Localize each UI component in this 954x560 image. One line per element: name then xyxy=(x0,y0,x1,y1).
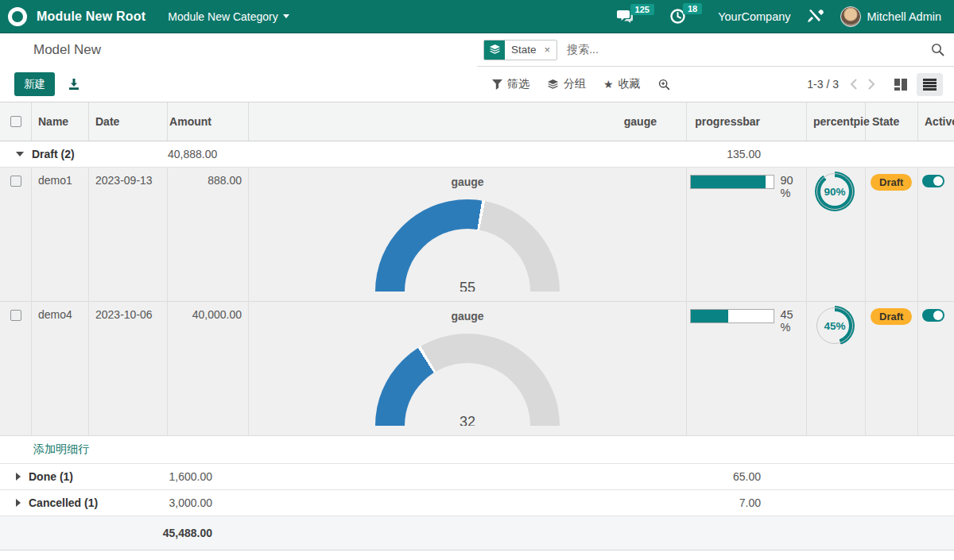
group-amount-total: 40,888.00 xyxy=(168,148,249,160)
row-checkbox[interactable] xyxy=(10,310,21,321)
column-header-percentpie[interactable]: percentpie xyxy=(807,102,866,141)
user-name[interactable]: Mitchell Admin xyxy=(867,10,941,23)
column-header-active[interactable]: Active xyxy=(918,102,954,141)
progressbar-widget[interactable]: 45 % xyxy=(687,302,807,435)
group-row-done[interactable]: Done (1) 1,600.00 65.00 xyxy=(0,464,954,490)
group-row-draft[interactable]: Draft (2) 40,888.00 135.00 xyxy=(0,141,954,168)
download-icon[interactable] xyxy=(68,78,80,91)
gauge-title: gauge xyxy=(451,176,483,188)
percentpie-widget[interactable]: 90% xyxy=(807,168,866,301)
page-title[interactable]: Model New xyxy=(33,42,101,58)
gauge-chart: 55 xyxy=(375,199,560,292)
row-checkbox[interactable] xyxy=(10,176,21,187)
search-input[interactable]: 搜索... xyxy=(567,43,599,57)
group-amount-total: 1,600.00 xyxy=(168,470,249,483)
bottom-spacer xyxy=(0,550,954,560)
percentpie-label: 45% xyxy=(824,320,845,332)
progressbar-track xyxy=(690,309,774,323)
progressbar-fill xyxy=(691,176,766,188)
layers-icon xyxy=(547,79,559,91)
filters-button[interactable]: 筛选 xyxy=(492,77,529,91)
group-row-cancelled[interactable]: Cancelled (1) 3,000.00 7.00 xyxy=(0,490,954,516)
cell-name[interactable]: demo4 xyxy=(32,302,89,435)
toggle-knob xyxy=(933,176,943,186)
chevron-down-icon xyxy=(283,14,289,18)
progressbar-track xyxy=(690,175,774,189)
favorites-button[interactable]: ★ 收藏 xyxy=(603,77,641,91)
view-switcher xyxy=(890,73,943,96)
messages-button[interactable]: 125 xyxy=(617,10,654,24)
odoo-logo-icon[interactable] xyxy=(8,7,27,26)
cell-amount[interactable]: 40,000.00 xyxy=(168,302,249,435)
top-navbar: Module New Root Module New Category 125 … xyxy=(0,0,954,33)
gauge-widget[interactable]: gauge 32 xyxy=(249,302,687,435)
percentpie-ring: 90% xyxy=(815,172,855,211)
action-row: 新建 筛选 分组 ★ 收藏 1-3 / 3 xyxy=(0,67,954,102)
company-switcher[interactable]: YourCompany xyxy=(718,10,790,23)
state-badge: Draft xyxy=(871,308,912,325)
state-badge: Draft xyxy=(871,174,912,191)
gauge-title: gauge xyxy=(451,310,483,322)
activities-button[interactable]: 18 xyxy=(670,9,702,24)
gauge-chart: 32 xyxy=(375,334,560,426)
search-icon[interactable] xyxy=(931,43,944,56)
user-avatar[interactable] xyxy=(840,6,861,27)
facet-label: State xyxy=(505,44,543,56)
activities-count-badge: 18 xyxy=(683,3,702,14)
debug-tools-icon[interactable] xyxy=(807,9,824,25)
list-view-icon[interactable] xyxy=(917,73,943,96)
nav-menu-category[interactable]: Module New Category xyxy=(168,10,289,23)
progressbar-widget[interactable]: 90 % xyxy=(687,168,807,301)
column-header-name[interactable]: Name xyxy=(32,102,89,141)
group-label: Done (1) xyxy=(29,470,73,483)
nav-menu-label: Module New Category xyxy=(168,10,278,23)
messages-count-badge: 125 xyxy=(630,4,654,15)
column-header-date[interactable]: Date xyxy=(89,102,168,141)
percentpie-widget[interactable]: 45% xyxy=(807,302,866,435)
favorites-label: 收藏 xyxy=(619,77,641,91)
group-by-button[interactable]: 分组 xyxy=(547,77,586,91)
active-toggle[interactable] xyxy=(922,175,944,187)
progressbar-label: 90 % xyxy=(780,174,806,199)
app-title[interactable]: Module New Root xyxy=(37,10,145,24)
magnifier-plus-icon xyxy=(658,79,670,91)
cell-amount[interactable]: 888.00 xyxy=(168,168,249,301)
percentpie-ring: 45% xyxy=(815,306,855,346)
cell-name[interactable]: demo1 xyxy=(32,168,89,301)
column-header-amount[interactable]: Amount xyxy=(168,102,249,141)
table-row[interactable]: demo4 2023-10-06 40,000.00 gauge 32 45 %… xyxy=(0,302,954,436)
column-header-state[interactable]: State xyxy=(866,102,918,141)
pager-prev-icon[interactable] xyxy=(850,79,857,90)
add-line-link[interactable]: 添加明细行 xyxy=(33,442,89,457)
search-bar[interactable]: State × 搜索... xyxy=(477,33,954,67)
funnel-icon xyxy=(492,79,502,90)
group-progress-total: 7.00 xyxy=(687,496,807,509)
group-label: Draft (2) xyxy=(32,148,75,160)
gauge-value: 55 xyxy=(375,280,560,292)
table-row[interactable]: demo1 2023-09-13 888.00 gauge 55 90 % 90… xyxy=(0,168,954,302)
star-icon: ★ xyxy=(603,78,614,91)
select-all-checkbox[interactable] xyxy=(10,116,21,127)
cell-date[interactable]: 2023-09-13 xyxy=(89,168,168,301)
group-progress-total: 65.00 xyxy=(687,470,807,483)
gauge-value: 32 xyxy=(375,414,560,426)
kanban-view-icon[interactable] xyxy=(890,74,912,95)
column-header-gauge[interactable]: gauge xyxy=(249,102,687,141)
expand-search-button[interactable] xyxy=(658,79,670,91)
pager-range: 1-3 / 3 xyxy=(807,78,839,91)
table-footer: 45,488.00 xyxy=(0,516,954,550)
progressbar-fill xyxy=(691,310,728,322)
active-toggle[interactable] xyxy=(922,309,944,322)
column-header-progressbar[interactable]: progressbar xyxy=(687,102,807,141)
create-button[interactable]: 新建 xyxy=(14,72,55,96)
gauge-widget[interactable]: gauge 55 xyxy=(249,168,687,301)
table-header: Name Date Amount gauge progressbar perce… xyxy=(0,102,954,141)
facet-remove-button[interactable]: × xyxy=(543,44,557,56)
pager: 1-3 / 3 xyxy=(807,78,878,91)
caret-down-icon xyxy=(16,152,24,156)
pager-next-icon[interactable] xyxy=(868,79,875,90)
group-by-label: 分组 xyxy=(564,77,586,91)
cell-date[interactable]: 2023-10-06 xyxy=(89,302,168,435)
group-by-layers-icon xyxy=(484,40,505,60)
group-label: Cancelled (1) xyxy=(29,496,98,509)
